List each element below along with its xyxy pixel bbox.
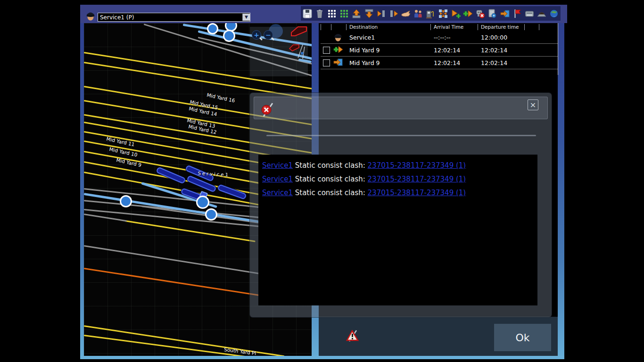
dialog-footer: Ok	[319, 317, 558, 356]
shift-left-icon[interactable]	[388, 8, 399, 19]
table-row[interactable]: Service1 --:--:-- 12:00:00	[321, 31, 558, 44]
window-frame-bottom	[80, 356, 564, 359]
dialog-header	[254, 97, 548, 119]
service-link[interactable]: Service1	[262, 175, 293, 183]
destination-cell: Service1	[346, 34, 430, 41]
depot-icon[interactable]	[537, 8, 547, 19]
column-header-destination: Destination	[346, 24, 430, 30]
delete-icon[interactable]	[314, 8, 325, 19]
pointer-hand-icon[interactable]	[401, 8, 412, 19]
driver-icon	[333, 32, 343, 42]
arrival-cell: 12:02:14	[430, 59, 478, 66]
consist-link[interactable]: 237015-238117-237349 (1)	[368, 189, 466, 197]
row-checkbox[interactable]	[323, 47, 330, 54]
message-text: Static consist clash:	[295, 161, 365, 170]
column-header	[539, 24, 558, 30]
row-checkbox[interactable]	[323, 59, 330, 66]
departure-cell: 12:02:14	[478, 47, 524, 54]
window-frame-left	[80, 23, 84, 359]
track-node[interactable]	[196, 196, 209, 209]
consist-link[interactable]: 237015-238117-237349 (1)	[368, 161, 466, 170]
message-text: Static consist clash:	[295, 189, 365, 197]
add-service-icon[interactable]	[450, 8, 461, 19]
column-header	[331, 24, 346, 30]
track-line-gray	[84, 214, 127, 222]
error-pin-icon	[260, 102, 275, 118]
table-row[interactable]: Mid Yard 9 12:02:14 12:02:14	[321, 44, 558, 57]
window-frame-right	[558, 23, 564, 359]
track-node[interactable]	[120, 195, 132, 207]
properties-icon[interactable]	[487, 8, 498, 19]
timetable-header: Destination Arrival Time Departure time	[321, 23, 558, 31]
destination-cell: Mid Yard 9	[346, 59, 430, 66]
timetable-grid-green-icon[interactable]	[339, 8, 350, 19]
dialog-divider	[266, 135, 536, 136]
message-text: Static consist clash:	[295, 175, 365, 183]
center-view-icon[interactable]	[438, 8, 448, 19]
refuel-icon[interactable]	[425, 8, 436, 19]
scenario-marker-icons[interactable]	[288, 24, 311, 62]
column-header-arrival: Arrival Time	[430, 24, 478, 30]
track-node[interactable]	[205, 208, 217, 221]
column-header-departure: Departure time	[478, 24, 524, 30]
close-icon[interactable]: ×	[528, 99, 538, 110]
zoom-out-button[interactable]: −	[264, 30, 273, 40]
table-edge-line	[558, 23, 558, 75]
console-icon[interactable]	[524, 8, 535, 19]
clash-message: Service1 Static consist clash: 237015-23…	[262, 186, 534, 200]
service-selector[interactable]: Service1 (P) ▼	[98, 13, 250, 22]
zoom-in-button[interactable]: +	[252, 30, 261, 40]
toolbar	[300, 6, 561, 21]
remove-ai-icon[interactable]	[475, 8, 486, 19]
portal-icon	[333, 57, 343, 67]
dialog-message-list: Service1 Static consist clash: 237015-23…	[258, 155, 537, 305]
shift-right-icon[interactable]	[376, 8, 387, 19]
service-selector-value: Service1 (P)	[98, 14, 242, 21]
column-header	[321, 24, 331, 30]
add-instruction-icon[interactable]	[462, 8, 473, 19]
raise-icon[interactable]	[351, 8, 362, 19]
track-node[interactable]	[223, 30, 235, 42]
clash-message: Service1 Static consist clash: 237015-23…	[262, 173, 534, 186]
save-icon[interactable]	[302, 8, 313, 19]
table-row[interactable]: Mid Yard 9 12:02:14 12:02:14	[321, 57, 558, 69]
arrival-cell: 12:02:14	[430, 47, 478, 54]
map-label: Mid Yard 16	[206, 92, 236, 103]
track-node[interactable]	[207, 23, 218, 34]
service-link[interactable]: Service1	[262, 161, 293, 170]
passengers-icon[interactable]	[413, 8, 424, 19]
departure-cell: 12:02:14	[478, 59, 524, 66]
clash-message: Service1 Static consist clash: 237015-23…	[262, 159, 534, 173]
world-icon[interactable]	[549, 8, 560, 19]
portal-icon[interactable]	[499, 8, 510, 19]
warning-icon	[346, 329, 359, 342]
service-link[interactable]: Service1	[262, 189, 293, 197]
add-instruction-icon	[333, 44, 343, 55]
error-dialog: × Service1 Static consist clash: 237015-…	[250, 93, 552, 317]
timetable-grid-icon[interactable]	[326, 8, 337, 19]
destination-cell: Mid Yard 9	[346, 47, 430, 54]
ok-button[interactable]: Ok	[494, 324, 551, 351]
column-header	[524, 24, 539, 30]
driver-icon	[85, 10, 96, 21]
chevron-down-icon[interactable]: ▼	[242, 14, 250, 21]
consist-link[interactable]: 237015-238117-237349 (1)	[368, 175, 466, 183]
flag-marker-icon[interactable]	[512, 8, 522, 19]
departure-cell: 12:00:00	[478, 34, 524, 41]
lower-icon[interactable]	[363, 8, 374, 19]
arrival-cell: --:--:--	[430, 34, 478, 41]
